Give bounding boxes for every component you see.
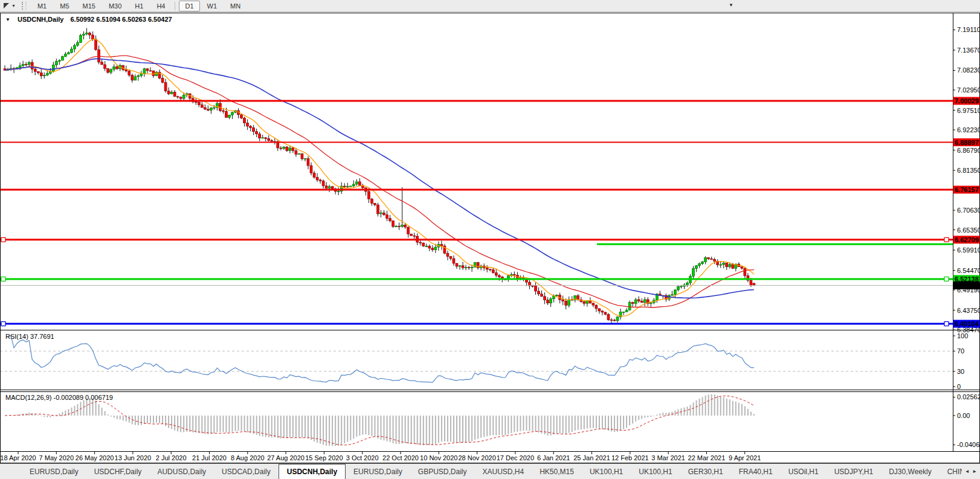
line-selection-marker[interactable] [1,237,5,242]
price-axis-label: 6.81350 [957,167,980,174]
price-axis-label: 7.19110 [957,26,980,33]
candlestick-series [4,28,755,324]
date-axis-label: 9 Apr 2021 [729,454,761,461]
macd-signal-line [5,396,754,445]
date-axis[interactable]: 18 Apr 20207 May 202026 May 202013 Jun 2… [0,452,761,461]
symbol-tab-eurusd-daily[interactable]: EURUSD,Daily [22,464,86,479]
ma-line-8 [5,39,754,316]
symbol-tab-usdcad-daily[interactable]: USDCAD,Daily [214,464,279,479]
price-axis-label: 6.43750 [957,307,980,314]
symbol-tab-usdchf-daily[interactable]: USDCHF,Daily [86,464,150,479]
symbol-tab-ger30-h1[interactable]: GER30,H1 [680,464,731,479]
symbol-name: USDCNH,Daily [18,16,63,23]
bid-price-tag: 6.50427 [955,281,979,289]
macd-axis-label: 0.025623 [957,393,980,400]
rsi-axis-label: 70 [957,347,964,355]
price-axis-label: 6.65350 [957,227,980,234]
macd-axis-label: -0.040687 [957,441,980,448]
price-axis-label: 7.02950 [957,86,980,94]
price-axis-label: 6.70630 [957,207,980,214]
macd-indicator-label: MACD(12,26,9) -0.002089 0.006719 [5,394,113,401]
symbol-tab-audusd-daily[interactable]: AUDUSD,Daily [149,464,214,479]
price-axis[interactable]: 7.191107.136707.082307.029506.975106.922… [953,26,980,448]
rsi-axis-label: 30 [957,368,964,375]
ma-line-25 [5,56,754,307]
date-axis-label: 22 Mar 2021 [688,454,726,461]
date-axis-label: 13 Jun 2020 [115,454,152,461]
line-selection-marker[interactable] [944,322,949,326]
date-axis-label: 15 Sep 2020 [305,454,343,461]
macd-axis-label: 0.00 [957,412,970,419]
date-axis-label: 3 Oct 2020 [346,454,379,461]
date-axis-label: 2 Jul 2020 [156,454,187,461]
mt4-window: ▼ M1M5M15M30H1H4D1W1MN ▼ 7.191107.136707… [0,0,980,479]
symbol-tab-fra40-h1[interactable]: FRA40,H1 [731,464,781,479]
symbol-tab-usoil-h1[interactable]: USOil,H1 [781,464,827,479]
rsi-axis-label: 100 [957,332,968,339]
price-axis-label: 6.86790 [957,147,980,154]
date-axis-label: 8 Aug 2020 [231,454,265,461]
date-axis-label: 10 Nov 2020 [420,454,457,461]
symbol-tab-uk100-h1[interactable]: UK100,H1 [582,464,631,479]
date-axis-label: 3 Mar 2021 [651,454,685,461]
rsi-line [8,336,754,382]
rsi-axis-label: 0 [957,383,961,390]
symbol-tab-hk50-m15[interactable]: HK50,M15 [532,464,582,479]
date-axis-label: 22 Oct 2020 [382,454,419,461]
line-price-tag: 6.62709 [955,236,979,243]
chart-menu-icon[interactable]: ▼ [5,17,10,22]
price-axis-label: 6.97510 [957,107,980,114]
line-selection-marker[interactable] [1,322,5,326]
date-axis-label: 21 Jul 2020 [192,454,227,461]
date-axis-label: 17 Dec 2020 [497,454,534,461]
symbol-tab-eurusd-daily[interactable]: EURUSD,Daily [346,464,410,479]
symbol-tab-usdcnh-daily[interactable]: USDCNH,Daily [279,464,346,479]
line-price-tag: 6.88897 [955,139,979,146]
date-axis-label: 18 Apr 2020 [0,454,36,461]
date-axis-label: 25 Jan 2021 [573,454,610,461]
price-axis-label: 6.54470 [957,267,980,274]
symbol-tab-usdjpy-h1[interactable]: USDJPY,H1 [827,464,881,479]
rsi-indicator-label: RSI(14) 37.7691 [5,333,54,340]
date-axis-label: 28 Nov 2020 [458,454,495,461]
chart-symbol-label: ▼ USDCNH,Daily 6.50992 6.51094 6.50263 6… [5,16,172,23]
price-axis-label: 6.59910 [957,246,980,254]
tab-scroll-arrows: ◄ ► [962,464,980,479]
chart-canvas[interactable]: 7.191107.136707.082307.029506.975106.922… [0,0,980,463]
price-axis-label: 7.08230 [957,66,980,74]
date-axis-label: 27 Aug 2020 [267,454,305,461]
line-price-tag: 6.40104 [955,320,979,327]
symbol-tab-xauusd-h4[interactable]: XAUUSD,H4 [474,464,532,479]
ohlc-values: 6.50992 6.51094 6.50263 6.50427 [70,16,172,23]
ma-line-60 [5,59,754,298]
price-axis-label: 6.92230 [957,126,980,133]
date-axis-label: 6 Jan 2021 [537,454,570,461]
symbol-tab-dj30-weekly[interactable]: DJ30,Weekly [881,464,939,479]
line-selection-marker[interactable] [944,237,949,242]
line-selection-marker[interactable] [944,277,949,281]
tab-scroll-left-icon[interactable]: ◄ [965,469,970,474]
macd-histogram [5,394,754,446]
tab-scroll-right-icon[interactable]: ► [972,469,977,474]
date-axis-label: 7 May 2020 [39,454,74,461]
price-axis-label: 7.13670 [957,47,980,54]
chart-window-frame [1,13,980,463]
date-axis-label: 26 May 2020 [76,454,114,461]
line-price-tag: 7.00029 [955,97,979,104]
symbol-tab-gbpusd-daily[interactable]: GBPUSD,Daily [410,464,475,479]
date-axis-label: 12 Feb 2021 [611,454,649,461]
line-selection-marker[interactable] [1,277,5,281]
symbol-tab-uk100-h1[interactable]: UK100,H1 [631,464,680,479]
line-price-tag: 6.76157 [955,186,979,193]
symbol-tabbar: EURUSD,DailyUSDCHF,DailyAUDUSD,DailyUSDC… [0,463,980,479]
